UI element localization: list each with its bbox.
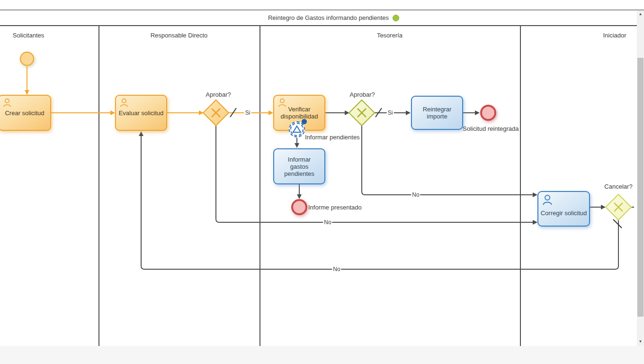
person-icon: [277, 98, 287, 108]
end-event-label-informe-presentado: Informe presentado: [308, 204, 362, 211]
end-event-informe-presentado[interactable]: [291, 199, 307, 215]
vertical-scrollbar[interactable]: ▲ ▼: [637, 10, 644, 346]
arrowhead-icon: [268, 110, 273, 115]
person-icon: [542, 194, 553, 206]
flow-label-si-1: Si: [244, 109, 251, 116]
boundary-dot-icon: [302, 119, 307, 124]
task-corregir-solicitud[interactable]: Corregir solicitud: [537, 191, 590, 227]
task-label: Evaluar solicitud: [119, 109, 164, 117]
start-event[interactable]: [20, 52, 34, 66]
arrowhead-icon: [406, 110, 411, 115]
scrollbar-down-arrow-icon[interactable]: ▼: [637, 338, 644, 345]
flow-label-no-3: No: [332, 266, 341, 273]
task-label: Reintegrar importe: [413, 106, 461, 120]
task-label: Informar gastos pendientes: [275, 156, 323, 177]
diagram-canvas: Reintegro de Gastos informando pendiente…: [0, 0, 644, 364]
task-label: Crear solicitud: [5, 109, 44, 117]
scrollbar-thumb[interactable]: [637, 58, 644, 317]
scrollbar-up-arrow-icon[interactable]: ▲: [637, 10, 644, 18]
flow-aprobar2-no-to-corregir[interactable]: [362, 124, 533, 195]
task-informar-gastos-pendientes[interactable]: Informar gastos pendientes: [273, 148, 325, 184]
arrowhead-icon: [295, 143, 299, 148]
arrowhead-icon: [601, 205, 606, 209]
arrowhead-icon: [475, 110, 480, 115]
arrowhead-icon: [110, 110, 115, 115]
end-event-label-solicitud-reintegrada: Solicitud reintegrada: [463, 125, 519, 132]
arrowhead-icon: [533, 192, 537, 197]
task-evaluar-solicitud[interactable]: Evaluar solicitud: [115, 95, 167, 131]
person-icon: [119, 98, 129, 108]
task-crear-solicitud[interactable]: Crear solicitud: [0, 95, 51, 131]
gateway-aprobar-2[interactable]: [349, 100, 375, 126]
gateway-label-cancelar: Cancelar?: [595, 183, 642, 190]
gateway-cancelar[interactable]: [606, 194, 631, 220]
flow-label-si-2: Si: [387, 109, 394, 116]
task-label: Corregir solicitud: [541, 209, 587, 217]
flow-label-no-1: No: [323, 219, 332, 226]
task-reintegrar-importe[interactable]: Reintegrar importe: [411, 96, 463, 130]
gateway-label-aprobar-2: Aprobar?: [339, 91, 386, 98]
gateway-aprobar-1[interactable]: [203, 100, 229, 126]
flow-label-no-2: No: [411, 191, 420, 198]
gateway-label-aprobar-1: Aprobar?: [195, 91, 242, 98]
arrowhead-icon: [533, 220, 537, 225]
task-label: Verificar disponibilidad: [275, 106, 323, 120]
signal-triangle-icon: [290, 122, 304, 136]
flow-aprobar1-no-to-corregir[interactable]: [216, 124, 533, 222]
arrowhead-icon: [297, 194, 302, 199]
bottom-strip: [0, 346, 644, 364]
default-flow-slash-icon: [613, 219, 622, 228]
end-event-solicitud-reintegrada[interactable]: [480, 105, 496, 121]
arrowhead-icon: [25, 90, 29, 95]
boundary-event-label: Informar pendientes: [305, 134, 360, 141]
arrowhead-icon: [139, 131, 143, 136]
person-icon: [2, 98, 12, 108]
